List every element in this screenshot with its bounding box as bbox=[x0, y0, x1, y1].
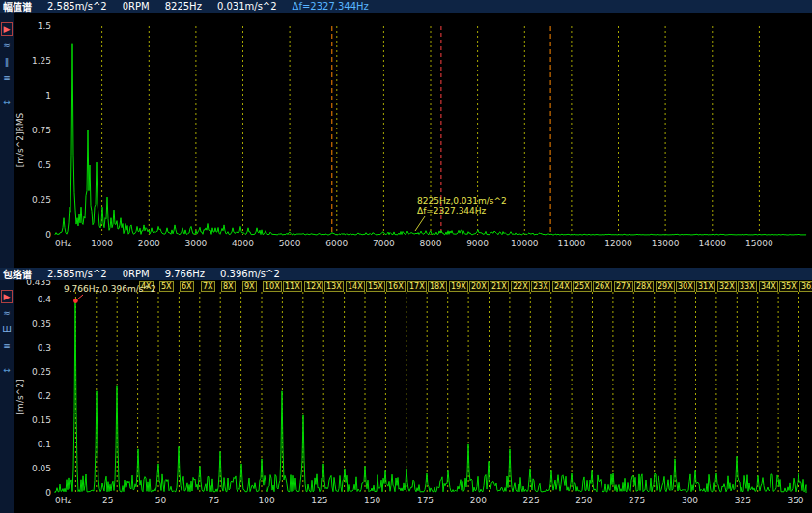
harmonic-order-label[interactable]: 24X bbox=[552, 281, 572, 292]
amplitude-chart[interactable]: [m/s^2]RMS 8225Hz,0.031m/s^2 Δf=2327.344… bbox=[14, 13, 812, 268]
waveform-cursor-icon[interactable]: ≈ bbox=[1, 40, 13, 52]
peak-list-icon[interactable]: ≡ bbox=[1, 72, 13, 85]
spectrum-plot[interactable]: 0Hz1000200030004000500060007000800090001… bbox=[14, 13, 812, 268]
amplitude-y-axis-label: [m/s^2]RMS bbox=[15, 113, 25, 168]
y-tick-label: 0.4 bbox=[38, 295, 52, 304]
cursor-tool-icon[interactable]: ▶ bbox=[1, 22, 13, 36]
cursor-frequency-value: 8225Hz bbox=[165, 1, 202, 12]
y-tick-label: 0.5 bbox=[38, 160, 51, 170]
y-tick-label: 0.75 bbox=[32, 126, 51, 135]
harmonic-order-label[interactable]: 4X bbox=[139, 281, 154, 292]
harmonic-order-label[interactable]: 8X bbox=[221, 281, 236, 292]
x-tick-label: 14000 bbox=[698, 239, 726, 248]
x-tick-label: 275 bbox=[629, 496, 645, 505]
harmonic-order-label[interactable]: 5X bbox=[159, 281, 174, 292]
vibration-analysis-app: 幅值谱 2.585m/s^2 0RPM 8225Hz 0.031m/s^2 Δf… bbox=[0, 0, 812, 513]
harmonic-order-label[interactable]: 19X bbox=[449, 281, 468, 292]
envelope-header: 包络谱 2.585m/s^2 0RPM 9.766Hz 0.396m/s^2 bbox=[0, 268, 812, 280]
x-tick-label: 350 bbox=[787, 496, 803, 505]
harmonic-order-label[interactable]: 27X bbox=[614, 281, 633, 292]
harmonic-order-label[interactable]: 25X bbox=[573, 281, 592, 292]
x-tick-label: 250 bbox=[575, 496, 592, 505]
harmonic-order-label[interactable]: 26X bbox=[593, 281, 612, 292]
y-tick-label: 1 bbox=[45, 91, 51, 100]
x-tick-label: 13000 bbox=[652, 239, 680, 248]
harmonic-order-label[interactable]: 28X bbox=[634, 281, 654, 292]
harmonic-order-label[interactable]: 13X bbox=[324, 281, 344, 292]
y-tick-label: 0.25 bbox=[32, 367, 51, 377]
harmonic-order-label[interactable]: 7X bbox=[201, 281, 215, 292]
harmonic-order-label[interactable]: 14X bbox=[346, 281, 365, 292]
x-tick-label: 0Hz bbox=[55, 239, 71, 248]
amplitude-toolbar: ▶ ≈ ‖ ≡ ↔ bbox=[0, 13, 14, 268]
x-tick-label: 2000 bbox=[138, 239, 160, 248]
x-tick-label: 10000 bbox=[511, 239, 539, 248]
annotation-pointer bbox=[77, 295, 83, 299]
harmonic-order-label[interactable]: 6X bbox=[180, 281, 194, 292]
harmonic-order-label[interactable]: 11X bbox=[283, 281, 302, 292]
amplitude-header: 幅值谱 2.585m/s^2 0RPM 8225Hz 0.031m/s^2 Δf… bbox=[0, 0, 812, 13]
envelope-body: ▶ ≈ Ш ≡ ↔ [m/s^2] 9.766Hz,0.396m/s^2 0Hz… bbox=[0, 280, 812, 513]
x-tick-label: 1000 bbox=[91, 239, 113, 248]
x-tick-label: 50 bbox=[155, 496, 167, 505]
harmonic-order-label[interactable]: 22X bbox=[511, 281, 530, 292]
x-tick-label: 150 bbox=[364, 496, 380, 505]
x-tick-label: 11000 bbox=[558, 239, 586, 248]
y-tick-label: 1.25 bbox=[32, 56, 51, 66]
cursor-frequency-value: 9.766Hz bbox=[165, 269, 205, 279]
y-tick-label: 0.25 bbox=[32, 195, 51, 205]
harmonic-order-label[interactable]: 32X bbox=[717, 281, 737, 292]
harmonic-order-label[interactable]: 17X bbox=[407, 281, 427, 292]
band-cursor-icon[interactable]: ‖ bbox=[1, 56, 13, 69]
y-tick-label: 0.2 bbox=[38, 391, 51, 401]
harmonic-order-label[interactable]: 35X bbox=[779, 281, 798, 292]
harmonic-order-label[interactable]: 16X bbox=[386, 281, 406, 292]
x-tick-label: 300 bbox=[682, 496, 698, 505]
envelope-chart[interactable]: [m/s^2] 9.766Hz,0.396m/s^2 0Hz2550751001… bbox=[14, 280, 812, 513]
harmonic-order-label[interactable]: 36X bbox=[799, 281, 812, 292]
cursor-amplitude-value: 0.031m/s^2 bbox=[217, 1, 277, 12]
panel-title: 包络谱 bbox=[3, 268, 32, 280]
x-tick-label: 5000 bbox=[279, 239, 301, 248]
waveform-cursor-icon[interactable]: ≈ bbox=[1, 307, 13, 320]
harmonic-order-label[interactable]: 15X bbox=[366, 281, 385, 292]
harmonic-order-label[interactable]: 34X bbox=[759, 281, 778, 292]
harmonic-order-label[interactable]: 18X bbox=[428, 281, 447, 292]
harmonic-order-label[interactable]: 9X bbox=[242, 281, 257, 292]
harmonic-order-label[interactable]: 10X bbox=[263, 281, 282, 292]
harmonic-order-label[interactable]: 33X bbox=[738, 281, 757, 292]
x-tick-label: 75 bbox=[209, 496, 219, 505]
y-tick-label: 0.1 bbox=[38, 440, 51, 449]
harmonic-order-label[interactable]: 23X bbox=[531, 281, 550, 292]
harmonic-order-label[interactable]: 12X bbox=[304, 281, 323, 292]
pan-tool-icon[interactable]: ↔ bbox=[1, 97, 13, 109]
annotation-pointer bbox=[415, 216, 425, 231]
x-tick-label: 0Hz bbox=[55, 496, 71, 505]
harmonic-cursor-icon[interactable]: Ш bbox=[1, 324, 13, 336]
cursor-tool-icon[interactable]: ▶ bbox=[1, 290, 13, 303]
pan-tool-icon[interactable]: ↔ bbox=[1, 364, 13, 377]
spectrum-trace bbox=[55, 301, 806, 494]
y-tick-label: 0.15 bbox=[32, 415, 51, 425]
harmonic-order-label[interactable]: 30X bbox=[676, 281, 695, 292]
harmonic-order-label[interactable]: 31X bbox=[696, 281, 715, 292]
x-tick-label: 200 bbox=[470, 496, 487, 505]
x-tick-label: 8000 bbox=[420, 239, 442, 248]
y-tick-label: 0.05 bbox=[32, 464, 51, 473]
envelope-y-axis-label: [m/s^2] bbox=[15, 379, 25, 414]
x-tick-label: 125 bbox=[311, 496, 327, 505]
delta-frequency-value: Δf=2327.344Hz bbox=[293, 1, 369, 12]
cursor-amplitude-value: 0.396m/s^2 bbox=[220, 269, 280, 279]
spectrum-plot[interactable]: 0Hz2550751001251501752002252502753003253… bbox=[14, 280, 812, 513]
amplitude-body: ▶ ≈ ‖ ≡ ↔ [m/s^2]RMS 8225Hz,0.031m/s^2 Δ… bbox=[0, 13, 812, 268]
harmonic-order-label[interactable]: 20X bbox=[469, 281, 489, 292]
rms-value: 2.585m/s^2 bbox=[47, 1, 107, 12]
x-tick-label: 3000 bbox=[184, 239, 207, 248]
x-tick-label: 9000 bbox=[466, 239, 489, 248]
rpm-value: 0RPM bbox=[123, 1, 150, 12]
peak-list-icon[interactable]: ≡ bbox=[1, 340, 13, 353]
y-tick-label: 0.35 bbox=[32, 319, 51, 328]
harmonic-order-label[interactable]: 29X bbox=[656, 281, 675, 292]
x-tick-label: 12000 bbox=[604, 239, 632, 248]
harmonic-order-label[interactable]: 21X bbox=[490, 281, 509, 292]
